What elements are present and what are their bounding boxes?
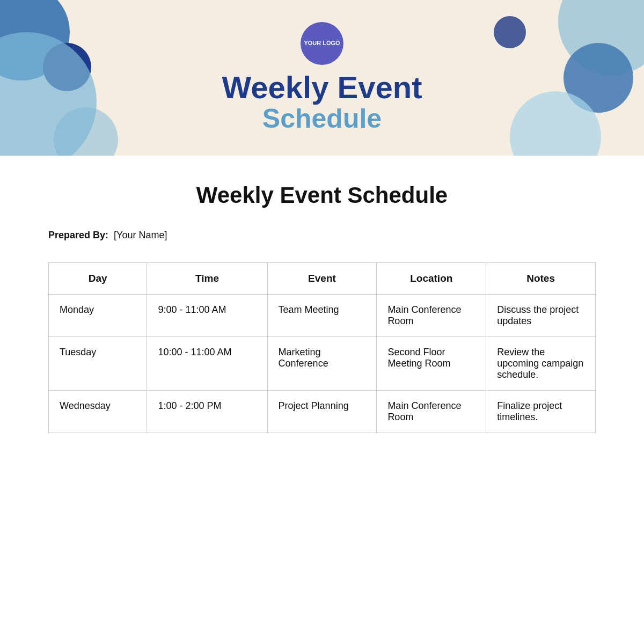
- cell-notes-1: Review the upcoming campaign schedule.: [486, 337, 596, 391]
- col-header-day: Day: [49, 263, 147, 295]
- cell-location-0: Main Conference Room: [377, 295, 486, 337]
- cell-location-1: Second Floor Meeting Room: [377, 337, 486, 391]
- cell-time-0: 9:00 - 11:00 AM: [147, 295, 267, 337]
- schedule-table: Day Time Event Location Notes Monday9:00…: [48, 262, 596, 433]
- page-title: Weekly Event Schedule: [48, 182, 596, 208]
- cell-time-1: 10:00 - 11:00 AM: [147, 337, 267, 391]
- prepared-by-label: Prepared By:: [48, 230, 108, 240]
- col-header-time: Time: [147, 263, 267, 295]
- header-title-line2: Schedule: [262, 104, 382, 134]
- cell-time-2: 1:00 - 2:00 PM: [147, 391, 267, 433]
- table-header-row: Day Time Event Location Notes: [49, 263, 596, 295]
- cell-day-0: Monday: [49, 295, 147, 337]
- dots-pattern-topright: · · · · · ·· · · · · ·· · · · · ·: [512, 11, 569, 33]
- logo-circle: YOUR LOGO: [301, 22, 343, 65]
- dots-pattern-bottomright: · · · · · ·· · · · · ·· · · · · ·: [458, 117, 515, 140]
- cell-event-2: Project Planning: [267, 391, 377, 433]
- header-banner: · · · · · ·· · · · · ·· · · · · · · · · …: [0, 0, 644, 156]
- cell-notes-0: Discuss the project updates: [486, 295, 596, 337]
- col-header-notes: Notes: [486, 263, 596, 295]
- table-row: Monday9:00 - 11:00 AMTeam MeetingMain Co…: [49, 295, 596, 337]
- cell-location-2: Main Conference Room: [377, 391, 486, 433]
- main-content: Weekly Event Schedule Prepared By: [Your…: [0, 156, 644, 465]
- cell-notes-2: Finalize project timelines.: [486, 391, 596, 433]
- logo-text: YOUR LOGO: [304, 39, 340, 47]
- prepared-by-value: [Your Name]: [114, 230, 167, 240]
- cell-event-0: Team Meeting: [267, 295, 377, 337]
- cell-day-2: Wednesday: [49, 391, 147, 433]
- prepared-by: Prepared By: [Your Name]: [48, 230, 596, 241]
- cell-event-1: Marketing Conference: [267, 337, 377, 391]
- cell-day-1: Tuesday: [49, 337, 147, 391]
- col-header-event: Event: [267, 263, 377, 295]
- dots-pattern-topleft: · · · · · ·· · · · · ·· · · · · ·: [86, 70, 143, 92]
- table-row: Tuesday10:00 - 11:00 AMMarketing Confere…: [49, 337, 596, 391]
- header-title-line1: Weekly Event: [222, 70, 422, 105]
- table-row: Wednesday1:00 - 2:00 PMProject PlanningM…: [49, 391, 596, 433]
- col-header-location: Location: [377, 263, 486, 295]
